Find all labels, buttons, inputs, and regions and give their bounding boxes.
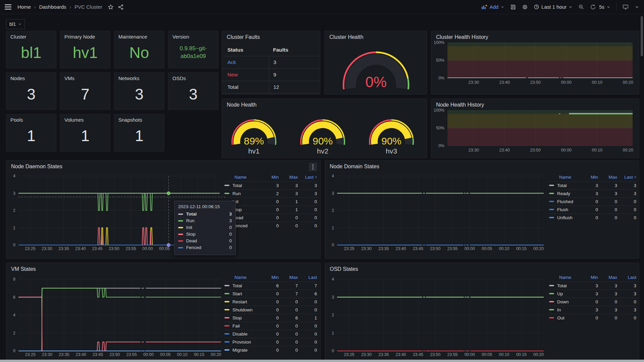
svg-text:00:10: 00:10 (499, 352, 509, 357)
legend-header[interactable]: Max (598, 174, 617, 182)
legend-item[interactable]: Unflush (549, 214, 579, 222)
legend-header[interactable]: Max (598, 274, 617, 282)
legend-item[interactable]: Total (224, 282, 260, 290)
stat-title[interactable]: Snapshots (118, 117, 160, 123)
panel-menu-kebab-icon[interactable] (309, 163, 317, 171)
legend-item[interactable]: Shutdown (224, 306, 260, 314)
stat-value: 3 (118, 81, 160, 107)
svg-text:23:40: 23:40 (395, 352, 406, 357)
legend-item[interactable]: Total (549, 182, 579, 190)
stat-title[interactable]: Primary Node (64, 34, 106, 40)
save-dashboard-icon[interactable] (510, 4, 516, 10)
panel-title[interactable]: Cluster Health (329, 34, 363, 40)
svg-text:hv1: hv1 (248, 147, 260, 155)
stat-title[interactable]: Volumes (64, 117, 106, 123)
svg-text:00:20: 00:20 (533, 352, 544, 357)
panel-title[interactable]: Node Domain States (330, 164, 379, 170)
stat-title[interactable]: Pools (10, 117, 52, 123)
kiosk-mode-icon[interactable] (622, 4, 629, 10)
legend-header[interactable]: Last ∨ (298, 174, 317, 182)
legend-item[interactable]: Migrate (224, 346, 260, 354)
legend-item[interactable]: Ready (549, 190, 579, 198)
time-range-picker[interactable]: Last 1 hour (534, 4, 573, 10)
legend-item[interactable]: Flush (549, 206, 579, 214)
breadcrumb-dashboards[interactable]: Dashboards (39, 4, 66, 10)
legend-item[interactable]: Total (224, 182, 260, 190)
legend-item[interactable]: Up (549, 290, 579, 298)
svg-text:00:00: 00:00 (561, 148, 572, 153)
tooltip-row: Fenced0 (178, 245, 232, 250)
legend-header[interactable]: Max (279, 174, 298, 182)
stat-title[interactable]: Nodes (10, 75, 52, 81)
legend-item[interactable]: Stop (224, 314, 260, 322)
legend-header[interactable]: Last (617, 274, 636, 282)
bottom-scrollbar[interactable] (0, 360, 644, 362)
stat-title[interactable]: VMs (64, 75, 106, 81)
panel-title[interactable]: Node Health (227, 102, 257, 108)
chevron-down-icon (18, 22, 21, 26)
stat-title[interactable]: OSDs (172, 75, 214, 81)
legend-item[interactable]: Down (549, 298, 579, 306)
svg-text:23:35: 23:35 (378, 352, 389, 357)
legend-header[interactable]: Min (260, 274, 279, 282)
legend-header-name[interactable]: Name (549, 174, 579, 182)
legend-header[interactable]: Min (579, 174, 598, 182)
legend-item[interactable]: Out (549, 314, 579, 322)
stat-value: 1 (10, 123, 52, 148)
svg-text:3: 3 (13, 191, 15, 196)
svg-text:23:45: 23:45 (93, 352, 103, 357)
svg-text:00:05: 00:05 (160, 352, 170, 357)
zoom-out-icon[interactable] (578, 4, 584, 10)
svg-text:hv2: hv2 (317, 147, 328, 155)
legend-header[interactable]: Last ∨ (617, 174, 636, 182)
panel-title[interactable]: Node Daemon States (11, 164, 62, 170)
panel-title[interactable]: Cluster Faults (227, 34, 260, 40)
svg-text:2: 2 (13, 208, 15, 213)
legend-item[interactable]: Total (549, 282, 579, 290)
series-color-swatch (224, 301, 229, 302)
legend-item[interactable]: Start (224, 290, 260, 298)
legend-item[interactable]: Provision (224, 338, 260, 346)
legend-item[interactable]: Disable (224, 330, 260, 338)
legend-item[interactable]: Flushed (549, 198, 579, 206)
legend-item[interactable]: Run (224, 190, 260, 198)
legend-item[interactable]: Restart (224, 298, 260, 306)
stat-title[interactable]: Version (172, 34, 214, 40)
hamburger-menu-icon[interactable] (5, 4, 11, 10)
svg-text:23:40: 23:40 (75, 246, 86, 251)
legend-row: Unflush000 (549, 214, 636, 222)
breadcrumb-home[interactable]: Home (17, 4, 31, 10)
panel-title[interactable]: OSD States (330, 266, 358, 272)
legend-row: Stop010 (224, 206, 317, 214)
legend-row: Total333 (549, 282, 636, 290)
tooltip-row: Stop0 (178, 232, 232, 237)
legend-header-name[interactable]: Name (224, 274, 260, 282)
legend-header[interactable]: Min (579, 274, 598, 282)
legend-header-name[interactable]: Name (549, 274, 579, 282)
variable-dropdown[interactable]: bl1 (6, 19, 25, 29)
dashboard-settings-icon[interactable] (522, 4, 528, 10)
refresh-icon[interactable] (590, 4, 596, 10)
panel-title[interactable]: Node Health History (436, 102, 484, 108)
refresh-interval-picker[interactable]: 5s (599, 4, 610, 10)
legend-header-name[interactable]: Name (224, 174, 260, 182)
stat-title[interactable]: Cluster (10, 34, 52, 40)
scrollbar-thumb[interactable] (641, 16, 643, 56)
stat-title[interactable]: Maintenance (118, 34, 160, 40)
svg-text:23:40: 23:40 (76, 352, 86, 357)
star-icon[interactable] (108, 4, 114, 10)
series-color-swatch (549, 193, 554, 194)
legend-row: Flush000 (549, 206, 636, 214)
legend-row: Down000 (549, 298, 636, 306)
panel-title[interactable]: Cluster Health History (436, 34, 488, 40)
chevron-down-icon[interactable] (635, 5, 639, 9)
share-icon[interactable] (118, 4, 124, 10)
legend-header[interactable]: Min (260, 174, 279, 182)
add-button[interactable]: Add (481, 4, 504, 10)
panel-title[interactable]: VM States (11, 266, 36, 272)
legend-header[interactable]: Max (279, 274, 298, 282)
legend-item[interactable]: Fail (224, 322, 260, 330)
legend-header[interactable]: Last (298, 274, 317, 282)
stat-title[interactable]: Networks (118, 75, 160, 81)
legend-item[interactable]: In (549, 306, 579, 314)
